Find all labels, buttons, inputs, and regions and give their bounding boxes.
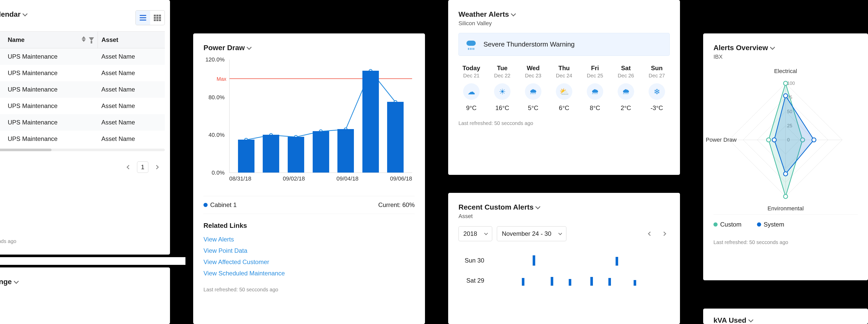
forecast-row: Today Dec 21 ☁ 9°C Tue Dec 22 ☀ 16°C Wed… (459, 65, 670, 112)
table-row[interactable]: UPS MaintenanceAsset Name (0, 131, 165, 147)
rain-icon: 🌧 (587, 83, 603, 100)
y-tick: 80.0% (209, 94, 225, 101)
name-header[interactable]: Name (4, 32, 98, 48)
range-prev-button[interactable] (645, 228, 656, 240)
cell-name: UPS Maintenance (4, 131, 98, 147)
range-next-button[interactable] (658, 228, 670, 240)
rain-icon: 🌧 (618, 83, 634, 100)
range-card: Range (0, 267, 170, 324)
table-row[interactable]: UPS MaintenanceAsset Name (0, 48, 165, 65)
calendar-card: Calendar Name Asset UP (0, 0, 170, 255)
cell-asset: Asset Name (98, 48, 165, 65)
cell-asset: Asset Name (98, 131, 165, 147)
y-tick: 40.0% (209, 132, 225, 138)
power-legend: Cabinet 1 Current: 60% (204, 196, 415, 214)
forecast-day[interactable]: Sat Dec 26 🌧 2°C (613, 65, 639, 112)
strip (0, 257, 185, 265)
day-temp: 5°C (520, 104, 546, 112)
weather-footer: Last refreshed: 50 secconds ago (459, 120, 670, 126)
forecast-day[interactable]: Thu Dec 24 ⛅ 6°C (551, 65, 577, 112)
rain-icon: 🌧 (525, 83, 541, 100)
overview-title[interactable]: Alerts Overview (713, 44, 774, 52)
forecast-day[interactable]: Sun Dec 27 ❄ -3°C (644, 65, 670, 112)
forecast-day[interactable]: Tue Dec 22 ☀ 16°C (489, 65, 515, 112)
overview-legend: Custom System (713, 214, 858, 234)
bar (337, 129, 354, 173)
svg-point-28 (783, 172, 788, 176)
weather-alert-banner[interactable]: Severe Thunderstorm Warning (459, 33, 670, 56)
day-temp: 16°C (489, 104, 515, 112)
cell-name: UPS Maintenance (4, 48, 98, 65)
forecast-day[interactable]: Wed Dec 23 🌧 5°C (520, 65, 546, 112)
cell-name: UPS Maintenance (4, 65, 98, 81)
filter-icon[interactable] (89, 37, 94, 41)
custom-alerts-subtitle: Asset (459, 213, 670, 220)
calendar-table: Name Asset UPS MaintenanceAsset NameUPS … (0, 31, 165, 147)
chevron-down-icon (558, 231, 562, 235)
cloud-icon: ☁ (463, 83, 479, 100)
bar (288, 137, 304, 173)
bar (387, 102, 404, 173)
page-next-button[interactable] (151, 161, 162, 173)
power-title[interactable]: Power Draw (204, 44, 250, 52)
power-footer: Last refreshed: 50 secconds ago (204, 287, 415, 293)
list-view-button[interactable] (136, 10, 150, 25)
link-view-scheduled-maintenance[interactable]: View Scheduled Maintenance (204, 268, 415, 279)
weather-alert-text: Severe Thunderstorm Warning (484, 40, 575, 48)
custom-alerts-title[interactable]: Recent Custom Alerts (459, 203, 539, 211)
h-scrollbar[interactable] (0, 149, 165, 151)
link-view-alerts[interactable]: View Alerts (204, 234, 415, 245)
week-select[interactable]: November 24 - 30 (497, 226, 566, 241)
current-value: Current: 60% (378, 201, 415, 209)
calendar-title[interactable]: Calendar (0, 10, 26, 19)
weather-title[interactable]: Weather Alerts (459, 10, 515, 19)
asset-header[interactable]: Asset (98, 32, 165, 48)
table-row[interactable]: UPS MaintenanceAsset Name (0, 114, 165, 131)
kva-title[interactable]: kVA Used (713, 316, 752, 324)
legend-label: Cabinet 1 (210, 201, 237, 208)
range-title[interactable]: Range (0, 278, 18, 286)
cell-asset: Asset Name (98, 81, 165, 98)
legend-dot-icon (204, 203, 208, 207)
alert-bar (608, 278, 611, 286)
x-tick: 09/02/18 (283, 175, 305, 182)
legend-dot-icon (713, 222, 718, 226)
overview-title-text: Alerts Overview (713, 44, 768, 52)
scroll-thumb[interactable] (0, 149, 52, 151)
bar (238, 140, 254, 173)
row-label: Sat 29 (459, 277, 489, 284)
forecast-day[interactable]: Today Dec 21 ☁ 9°C (459, 65, 484, 112)
table-row[interactable]: UPS MaintenanceAsset Name (0, 65, 165, 81)
x-axis: 08/31/18 09/02/18 09/04/18 09/06/18 (229, 175, 412, 182)
radar-svg: 0255075100 (721, 68, 850, 212)
power-chart: 120.0% 80.0% 40.0% 0.0% Max 08/31/18 09/… (204, 60, 415, 191)
name-header-text: Name (8, 36, 25, 43)
year-select[interactable]: 2018 (459, 226, 492, 241)
alerts-overview-card: Alerts Overview IBX 0255075100 Electrica… (703, 33, 868, 280)
kva-card: kVA Used (703, 309, 868, 324)
alert-row: Sun 30 (459, 250, 670, 271)
alert-bar (533, 255, 535, 266)
y-tick: 0.0% (212, 170, 225, 176)
sort-icon[interactable] (82, 36, 86, 42)
x-tick: 08/31/18 (229, 175, 251, 182)
chevron-down-icon (484, 231, 488, 235)
link-view-point-data[interactable]: View Point Data (204, 245, 415, 256)
alert-row: Sat 29 (459, 271, 670, 291)
table-row[interactable]: UPS MaintenanceAsset Name (0, 98, 165, 114)
overview-subtitle: IBX (713, 53, 858, 60)
page-prev-button[interactable] (123, 161, 134, 173)
page-number[interactable]: 1 (137, 161, 148, 173)
alert-bar (551, 277, 553, 286)
row-label: Sun 30 (459, 257, 489, 264)
forecast-day[interactable]: Fri Dec 25 🌧 8°C (582, 65, 608, 112)
svg-point-21 (783, 81, 788, 85)
table-row[interactable]: UPS MaintenanceAsset Name (0, 81, 165, 98)
chevron-down-icon (23, 11, 28, 16)
calendar-view-button[interactable] (150, 10, 164, 25)
cell-asset: Asset Name (98, 114, 165, 131)
filter-col[interactable] (0, 32, 4, 48)
date-selectors: 2018 November 24 - 30 (459, 226, 670, 241)
svg-text:100: 100 (787, 81, 795, 86)
link-view-affected-customer[interactable]: View Affected Customer (204, 256, 415, 268)
